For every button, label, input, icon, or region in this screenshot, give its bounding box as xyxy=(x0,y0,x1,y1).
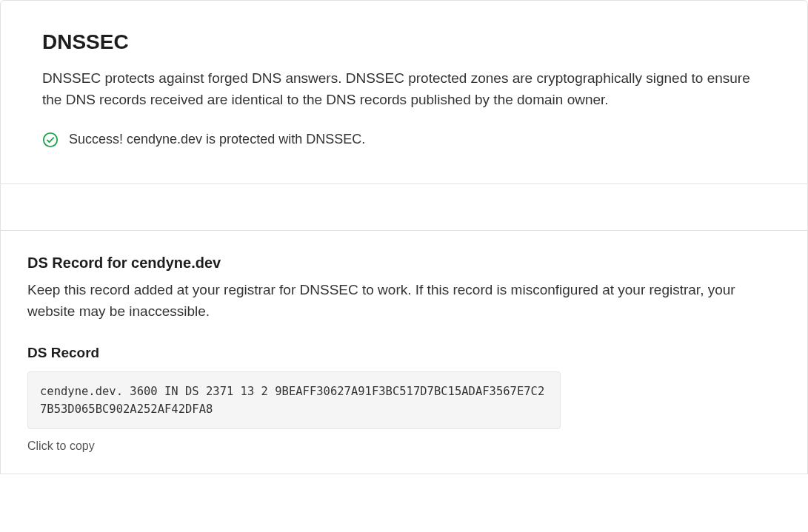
dnssec-description: DNSSEC protects against forged DNS answe… xyxy=(42,67,766,111)
dnssec-card: DNSSEC DNSSEC protects against forged DN… xyxy=(0,0,808,184)
ds-record-heading: DS Record for cendyne.dev xyxy=(27,255,781,272)
card-spacer xyxy=(0,184,808,230)
ds-record-card: DS Record for cendyne.dev Keep this reco… xyxy=(0,230,808,474)
click-to-copy-hint: Click to copy xyxy=(27,440,781,453)
ds-record-subheading: DS Record xyxy=(27,345,781,361)
dnssec-title: DNSSEC xyxy=(42,30,766,54)
success-check-icon xyxy=(42,132,59,148)
svg-point-0 xyxy=(44,133,57,147)
ds-record-value[interactable]: cendyne.dev. 3600 IN DS 2371 13 2 9BEAFF… xyxy=(27,371,561,429)
ds-record-description: Keep this record added at your registrar… xyxy=(27,279,781,323)
dnssec-success-row: Success! cendyne.dev is protected with D… xyxy=(42,132,766,148)
dnssec-success-message: Success! cendyne.dev is protected with D… xyxy=(69,132,365,147)
